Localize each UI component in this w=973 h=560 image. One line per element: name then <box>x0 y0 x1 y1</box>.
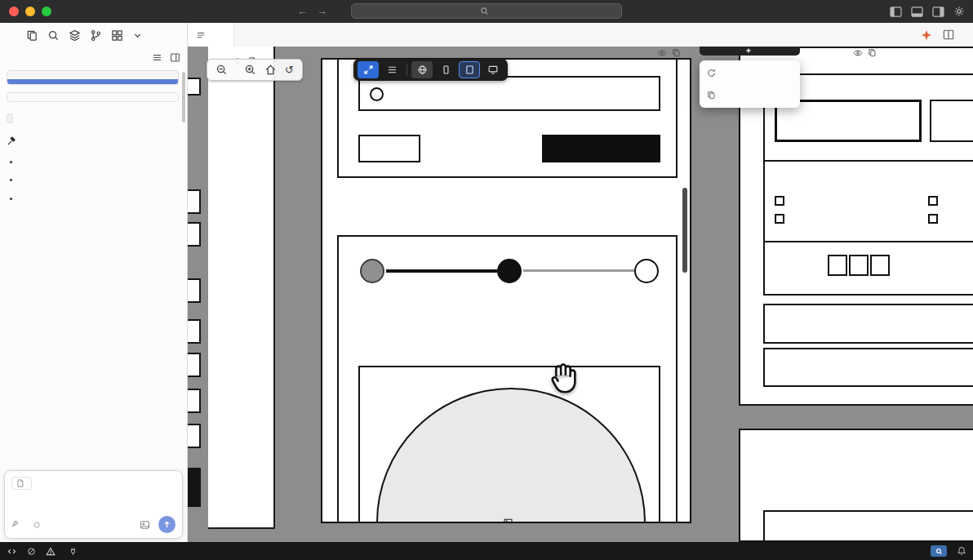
clipped-wireframe-item <box>188 353 201 377</box>
wireframe-frame-center[interactable] <box>321 58 691 523</box>
list-view-icon[interactable] <box>152 52 162 63</box>
checkbox-olives[interactable] <box>928 214 938 224</box>
inline-code <box>7 113 13 123</box>
crust-option-clipped[interactable] <box>930 100 973 142</box>
clipped-wireframe-item <box>188 78 201 96</box>
step-3-circle[interactable] <box>634 259 659 283</box>
minimize-window-button[interactable] <box>25 7 35 16</box>
step-1-circle[interactable] <box>360 259 384 283</box>
clipped-wireframe-item <box>188 389 201 413</box>
toggle-secondary-sidebar-icon[interactable] <box>932 7 944 17</box>
checkbox-extra-cheese[interactable] <box>775 196 784 206</box>
step-2-circle[interactable] <box>497 259 522 283</box>
image-placeholder-icon <box>504 518 513 523</box>
history-back-button[interactable]: ← <box>297 5 308 17</box>
menu-item-iterate[interactable] <box>700 62 800 84</box>
refresh-icon <box>707 69 716 78</box>
sidebar-toolbar <box>0 23 187 47</box>
extensions-grid-icon[interactable] <box>111 29 123 42</box>
close-window-button[interactable] <box>9 7 19 16</box>
assistant-paragraph <box>7 112 179 124</box>
add-to-cart-button[interactable] <box>763 304 973 344</box>
step-connector-filled <box>386 269 497 273</box>
superdesign-sparkle-icon[interactable] <box>921 29 932 41</box>
toggle-panel-icon[interactable] <box>911 7 923 17</box>
home-icon[interactable] <box>264 64 277 76</box>
zoom-status-button[interactable] <box>931 545 947 557</box>
notifications-bell-icon[interactable] <box>957 546 966 556</box>
search-icon <box>480 7 489 16</box>
history-forward-button[interactable]: → <box>317 5 327 17</box>
problems-indicator[interactable] <box>27 547 59 556</box>
copy-icon[interactable] <box>672 48 681 57</box>
layers-icon[interactable] <box>69 29 81 42</box>
list-item <box>20 174 179 184</box>
pizza-circle <box>376 388 646 523</box>
chat-input-card[interactable] <box>4 470 183 539</box>
menu-item-copy-prompt[interactable] <box>700 84 800 106</box>
remote-indicator[interactable] <box>7 546 17 557</box>
mobile-view-button[interactable] <box>435 61 456 78</box>
radio-button[interactable] <box>370 87 384 101</box>
next-toppings-button[interactable] <box>542 135 660 162</box>
settings-gear-icon[interactable] <box>953 6 965 17</box>
code-block-content <box>7 71 178 79</box>
quantity-plus-button[interactable] <box>870 255 890 276</box>
step-connector-empty <box>523 269 634 272</box>
zoom-out-icon[interactable] <box>215 64 228 76</box>
code-block <box>7 70 179 85</box>
command-center-search[interactable] <box>351 3 622 19</box>
zoom-window-button[interactable] <box>42 7 51 16</box>
design-canvas[interactable]: ↺ <box>188 47 973 542</box>
panel-layout-icon[interactable] <box>170 52 180 63</box>
reset-rotation-icon[interactable]: ↺ <box>285 64 294 75</box>
ports-indicator[interactable] <box>69 547 81 556</box>
chevron-down-icon[interactable] <box>132 30 143 41</box>
fit-to-screen-button[interactable] <box>358 61 379 78</box>
warning-icon <box>46 547 56 556</box>
plug-icon <box>69 547 78 556</box>
checkbox-mushrooms[interactable] <box>775 214 784 224</box>
eye-icon[interactable] <box>657 49 667 57</box>
editor-actions <box>921 23 965 47</box>
quantity-minus-button[interactable] <box>828 255 847 276</box>
section-heading-physical-realism <box>7 136 179 146</box>
clipped-wireframe-item <box>188 424 201 448</box>
tab-superdesign-canvas[interactable] <box>188 23 234 47</box>
checkbox-pepperoni[interactable] <box>928 196 938 206</box>
chat-transcript <box>0 67 187 469</box>
web-view-button[interactable] <box>411 61 433 78</box>
wireframe-frame-cart[interactable] <box>739 429 973 542</box>
eye-icon[interactable] <box>853 49 863 57</box>
git-branch-icon[interactable] <box>90 29 102 42</box>
tablet-view-button[interactable] <box>459 61 480 78</box>
add-to-favorites-button[interactable] <box>763 348 973 387</box>
create-variations-button[interactable] <box>700 47 800 56</box>
desktop-view-button[interactable] <box>482 61 504 78</box>
attach-image-icon[interactable] <box>140 520 150 530</box>
back-button[interactable] <box>358 135 420 162</box>
toggle-primary-sidebar-icon[interactable] <box>890 7 902 17</box>
sidebar-panel-header <box>0 47 187 67</box>
device-toolbar <box>353 59 508 81</box>
context-chip[interactable] <box>11 477 32 490</box>
search-icon[interactable] <box>47 29 60 42</box>
copy-icon[interactable] <box>868 48 877 57</box>
sidebar <box>0 23 188 542</box>
list-item <box>20 193 179 203</box>
error-icon <box>27 547 36 556</box>
frame-scrollbar-thumb[interactable] <box>682 188 687 273</box>
split-editor-icon[interactable] <box>943 29 954 40</box>
list-view-button[interactable] <box>381 61 402 78</box>
wf-toppings-section <box>763 162 973 242</box>
wf-option-stuffed-crust[interactable] <box>358 76 660 111</box>
wf-screen-build <box>337 235 678 523</box>
send-button[interactable] <box>158 516 175 533</box>
wireframe-frame-left[interactable] <box>208 47 275 529</box>
copy-pages-icon[interactable] <box>26 29 38 42</box>
clipped-wireframe-item <box>188 222 201 247</box>
zoom-in-icon[interactable] <box>244 64 256 76</box>
chat-input-footer <box>11 516 175 533</box>
clipped-wireframe-item <box>188 189 201 214</box>
show-more-button[interactable] <box>7 79 178 84</box>
